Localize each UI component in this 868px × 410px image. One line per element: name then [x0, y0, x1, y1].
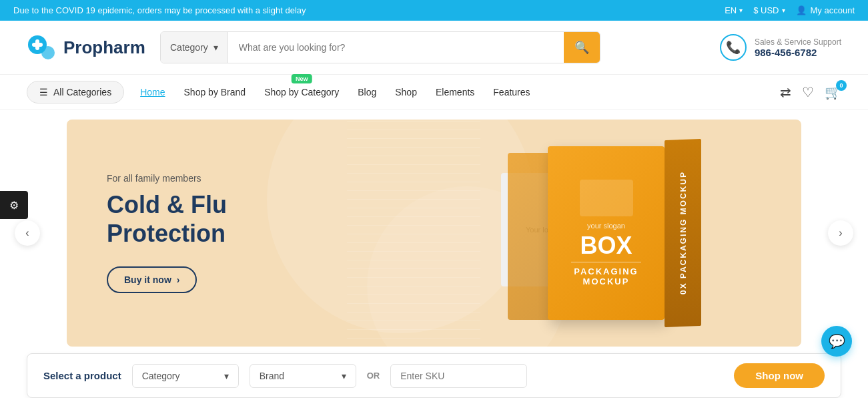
search-bar: Category ▾ 🔍	[160, 31, 600, 63]
chat-float-button[interactable]: 💬	[821, 326, 852, 357]
support-info: 📞 Sales & Service Support 986-456-6782	[720, 34, 841, 61]
nav-links: Home Shop by Brand New Shop by Category …	[140, 86, 780, 98]
nav-actions: ⇄ ♡ 🛒 0	[780, 84, 841, 100]
language-selector[interactable]: EN ▾	[725, 5, 743, 15]
nav-link-shop-by-brand[interactable]: Shop by Brand	[184, 87, 246, 97]
category-dropdown-chevron-icon: ▾	[224, 371, 229, 381]
nav-link-shop-by-category[interactable]: Shop by Category	[264, 87, 339, 97]
product-box-scene: Your logo your slogan BOX PACKAGINGMOCKU…	[494, 133, 721, 333]
nav-item-shop-by-brand[interactable]: Shop by Brand	[184, 86, 246, 98]
currency-label: $ USD	[753, 5, 779, 15]
nav-link-features[interactable]: Features	[493, 87, 530, 97]
nav-item-features[interactable]: Features	[493, 86, 530, 98]
nav-link-elements[interactable]: Elements	[436, 87, 474, 97]
hero-line-decoration	[347, 120, 480, 347]
wishlist-button[interactable]: ♡	[802, 84, 814, 100]
my-account-label: My account	[811, 5, 855, 15]
heart-icon: ♡	[802, 85, 814, 99]
box-front: your slogan BOX PACKAGINGMOCKUP	[548, 146, 665, 320]
cart-button[interactable]: 🛒 0	[825, 84, 841, 100]
phone-icon: 📞	[726, 40, 741, 55]
nav-item-elements[interactable]: Elements	[436, 86, 474, 98]
arrow-right-icon: ›	[177, 274, 180, 285]
menu-icon: ☰	[39, 87, 48, 97]
product-selector-bar: Select a product Category ▾ Brand ▾ OR S…	[27, 353, 841, 398]
nav-link-shop[interactable]: Shop	[395, 87, 417, 97]
nav-link-blog[interactable]: Blog	[358, 87, 376, 97]
search-icon: 🔍	[574, 40, 589, 55]
header: Propharm Category ▾ 🔍 📞 Sales & Service …	[0, 21, 868, 74]
box-side-text: 0X PACKAGING MOCKUP	[679, 171, 688, 295]
brand-dropdown-label: Brand	[260, 371, 284, 381]
hero-image-area: Your logo your slogan BOX PACKAGINGMOCKU…	[468, 120, 748, 347]
box-side: 0X PACKAGING MOCKUP	[665, 139, 701, 327]
svg-rect-2	[32, 43, 43, 47]
slider-prev-button[interactable]: ‹	[15, 220, 40, 246]
settings-float-button[interactable]: ⚙	[0, 191, 28, 219]
box-divider	[571, 262, 641, 262]
box-slogan: your slogan	[587, 222, 625, 230]
language-label: EN	[725, 5, 737, 15]
announcement-text: Due to the COVID 19 epidemic, orders may…	[13, 5, 306, 15]
language-chevron-icon: ▾	[739, 7, 743, 14]
slider-next-button[interactable]: ›	[828, 220, 853, 246]
new-badge: New	[292, 74, 312, 83]
search-category-label: Category	[170, 42, 208, 53]
nav-item-shop[interactable]: Shop	[395, 86, 417, 98]
hero-subtitle: For all family members	[107, 173, 227, 184]
chevron-right-icon: ›	[839, 227, 842, 239]
nav-item-home[interactable]: Home	[140, 86, 165, 98]
category-dropdown-label: Category	[142, 371, 180, 381]
main-nav: ☰ All Categories Home Shop by Brand New …	[0, 74, 868, 110]
user-icon: 👤	[796, 5, 807, 15]
box-big-text: BOX	[580, 234, 632, 258]
logo-link[interactable]: Propharm	[27, 34, 147, 61]
hero-content: For all family members Cold & FluProtect…	[67, 146, 267, 320]
hero-title: Cold & FluProtection	[107, 190, 227, 248]
brand-dropdown[interactable]: Brand ▾	[250, 364, 356, 388]
support-label: Sales & Service Support	[755, 37, 841, 47]
product-selector-label: Select a product	[43, 370, 121, 381]
chat-icon: 💬	[829, 333, 845, 349]
nav-item-shop-by-category[interactable]: New Shop by Category	[264, 86, 339, 98]
all-categories-button[interactable]: ☰ All Categories	[27, 81, 124, 104]
announcement-bar: Due to the COVID 19 epidemic, orders may…	[0, 0, 868, 21]
box-sub-text: PACKAGINGMOCKUP	[574, 266, 638, 286]
phone-icon-circle: 📞	[720, 34, 747, 61]
shop-now-button[interactable]: Shop now	[734, 363, 825, 388]
cart-badge: 0	[836, 80, 847, 91]
search-category-dropdown[interactable]: Category ▾	[161, 32, 228, 63]
chevron-left-icon: ‹	[25, 227, 29, 239]
box-logo-area	[580, 180, 633, 216]
my-account-link[interactable]: 👤 My account	[796, 5, 855, 15]
hero-cta-button[interactable]: Buy it now ›	[107, 266, 197, 293]
logo-icon	[27, 34, 57, 61]
hero-cta-label: Buy it now	[124, 274, 171, 285]
all-categories-label: All Categories	[53, 87, 111, 97]
nav-link-home[interactable]: Home	[140, 87, 165, 97]
nav-item-blog[interactable]: Blog	[358, 86, 376, 98]
or-divider: OR	[367, 371, 380, 381]
search-button[interactable]: 🔍	[564, 32, 600, 63]
category-dropdown[interactable]: Category ▾	[132, 364, 239, 388]
search-category-chevron-icon: ▾	[213, 42, 218, 53]
logo-text: Propharm	[63, 37, 145, 58]
compare-button[interactable]: ⇄	[780, 84, 791, 100]
svg-point-3	[41, 46, 55, 59]
compare-icon: ⇄	[780, 85, 791, 99]
nav-badge-wrap-category: New Shop by Category	[264, 86, 339, 98]
currency-selector[interactable]: $ USD ▾	[753, 5, 785, 15]
brand-dropdown-chevron-icon: ▾	[342, 371, 346, 381]
search-input[interactable]	[228, 32, 564, 63]
hero-banner: For all family members Cold & FluProtect…	[67, 120, 801, 347]
support-phone: 986-456-6782	[755, 47, 841, 58]
sku-input[interactable]	[390, 364, 527, 388]
currency-chevron-icon: ▾	[782, 7, 785, 14]
